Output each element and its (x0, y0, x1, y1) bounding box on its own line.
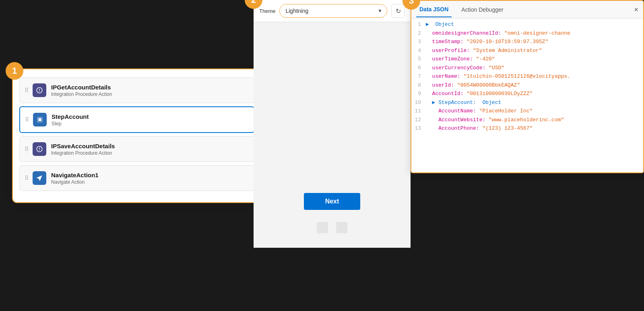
tab-data-json[interactable]: Data JSON (416, 2, 452, 17)
right-panel: 3 Data JSON Action Debugger × 1 ▶ Object… (411, 0, 644, 173)
json-line: 1 ▶ Object (411, 20, 643, 29)
theme-select-wrap: Lightning ▼ (279, 4, 387, 18)
step-info: NavigateAction1 Navigate Action (51, 172, 99, 185)
close-button[interactable]: × (634, 6, 638, 13)
preview-icon-1 (317, 222, 328, 233)
json-line: 4 userProfile: "System Administrator" (411, 46, 643, 55)
step-type: Step (52, 121, 89, 126)
step-name: StepAccount (52, 113, 89, 120)
next-button[interactable]: Next (304, 193, 360, 210)
step-item-navigate-action[interactable]: ⠿ NavigateAction1 Navigate Action (19, 165, 254, 191)
json-line: 11 AccountName: "PlaceHolder Inc" (411, 107, 643, 116)
step-name: IPGetAccountDetails (51, 84, 112, 91)
theme-select[interactable]: Lightning (279, 4, 387, 18)
badge-1: 1 (6, 62, 23, 80)
step-item-ip-save-account[interactable]: ⠿ IPSaveAccountDetails Integration Proce… (19, 136, 254, 162)
step-info: IPGetAccountDetails Integration Procedur… (51, 84, 112, 97)
refresh-button[interactable]: ↻ (391, 4, 405, 18)
json-line: 5 userTimeZone: "-420" (411, 55, 643, 64)
step-type: Navigate Action (51, 179, 99, 185)
panel-header: 3 Data JSON Action Debugger × (411, 1, 643, 19)
drag-handle: ⠿ (25, 175, 29, 181)
step-name: NavigateAction1 (51, 172, 99, 178)
json-line: 10 ▶ StepAccount: Object (411, 98, 643, 107)
middle-panel: 2 Theme Lightning ▼ ↻ Next (254, 0, 411, 248)
json-line: 12 AccountWebsite: "www.placeholderinc.c… (411, 116, 643, 124)
theme-label: Theme (259, 8, 275, 14)
left-panel: 1 ⠿ IPGetAccountDetails Integration Proc… (12, 68, 262, 203)
tab-action-debugger[interactable]: Action Debugger (458, 2, 506, 17)
drag-handle: ⠿ (25, 87, 29, 93)
drag-handle: ⠿ (25, 116, 29, 123)
bottom-icons (317, 222, 347, 233)
step-type: Integration Procedure Action (51, 150, 115, 156)
json-line: 9 AccountId: "0013i00000030LDyZZZ" (411, 89, 643, 98)
preview-icon-2 (336, 222, 347, 233)
drag-handle: ⠿ (25, 146, 29, 152)
step-info: IPSaveAccountDetails Integration Procedu… (51, 143, 115, 156)
integration-icon (33, 83, 46, 97)
step-info: StepAccount Step (52, 113, 89, 126)
theme-bar: 2 Theme Lightning ▼ ↻ (254, 0, 411, 22)
step-item-step-account[interactable]: ⠿ StepAccount Step (19, 106, 254, 133)
navigate-icon (33, 171, 46, 185)
step-name: IPSaveAccountDetails (51, 143, 115, 149)
json-body: 1 ▶ Object 2 omnidesignerChannelId: "omn… (411, 19, 643, 172)
step-item-ip-get-account[interactable]: ⠿ IPGetAccountDetails Integration Proced… (19, 77, 254, 103)
integration-icon (33, 142, 46, 156)
step-icon (33, 113, 47, 126)
json-line: 7 userName: "ltulchin-05012512126@vlocit… (411, 72, 643, 81)
json-line: 13 AccountPhone: "(123) 123-4567" (411, 124, 643, 133)
json-line: 2 omnidesignerChannelId: "omni-designer-… (411, 29, 643, 38)
step-type: Integration Procedure Action (51, 91, 112, 97)
json-line: 6 userCurrencyCode: "USD" (411, 64, 643, 73)
json-line: 8 userId: "0054W00000BbkEAQAZ" (411, 81, 643, 90)
preview-frame: Next (254, 22, 411, 248)
json-line: 3 timeStamp: "2020-10-10T19:59:07.395Z" (411, 37, 643, 46)
